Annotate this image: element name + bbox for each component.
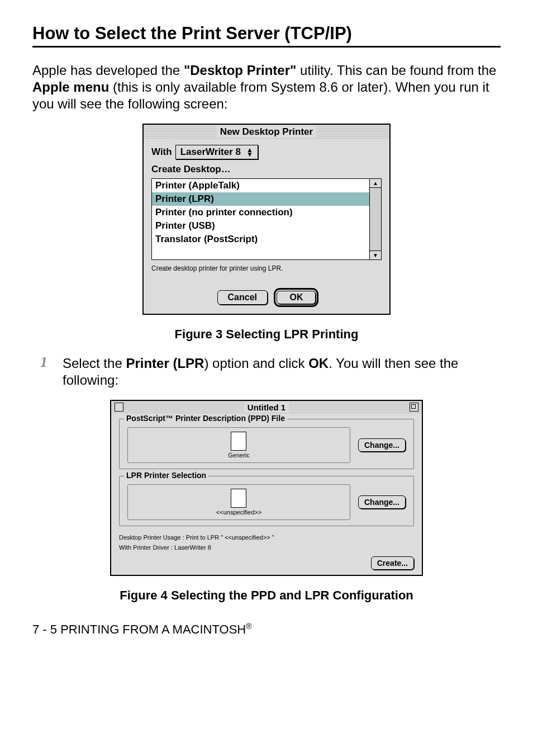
with-label: With — [151, 147, 172, 158]
step-number: 1 — [40, 354, 55, 371]
page-footer: 7 - 5 PRINTING FROM A MACINTOSH® — [32, 622, 501, 637]
document-icon — [231, 489, 246, 508]
create-button[interactable]: Create... — [371, 556, 414, 570]
lpr-group: LPR Printer Selection <<unspecified>> Ch… — [119, 476, 414, 526]
step-text-2: ) option and click — [204, 356, 308, 371]
untitled-dialog: Untitled 1 PostScript™ Printer Descripti… — [110, 400, 423, 576]
lpr-group-label: LPR Printer Selection — [124, 471, 208, 480]
list-item[interactable]: Translator (PostScript) — [152, 233, 369, 246]
heading-rule — [32, 46, 501, 48]
dialog-titlebar: Untitled 1 — [111, 401, 422, 413]
step-bold-1: Printer (LPR — [126, 356, 204, 371]
figure-4-caption: Figure 4 Selecting the PPD and LPR Confi… — [32, 588, 501, 603]
intro-text-2: utility. This can be found from the — [296, 63, 496, 78]
zoom-box-icon[interactable] — [410, 403, 418, 412]
ppd-group: PostScript™ Printer Description (PPD) Fi… — [119, 419, 414, 469]
intro-bold-2: Apple menu — [32, 79, 109, 94]
ppd-change-button[interactable]: Change... — [358, 438, 406, 452]
registered-symbol: ® — [246, 622, 251, 631]
meta-line-2: With Printer Driver : LaserWriter 8 — [119, 543, 414, 553]
dialog-meta: Desktop Printer Usage : Print to LPR " <… — [119, 533, 414, 552]
intro-bold-1: "Desktop Printer" — [184, 63, 296, 78]
list-item[interactable]: Printer (AppleTalk) — [152, 179, 369, 192]
create-desktop-label: Create Desktop… — [151, 164, 382, 175]
ppd-group-label: PostScript™ Printer Description (PPD) Fi… — [124, 414, 287, 423]
scroll-down-icon[interactable]: ▼ — [370, 251, 381, 259]
lpr-preview: <<unspecified>> — [127, 484, 350, 520]
ok-button[interactable]: OK — [277, 291, 316, 304]
ppd-preview-label: Generic — [228, 452, 250, 459]
meta-line-1: Desktop Printer Usage : Print to LPR " <… — [119, 533, 414, 543]
dialog-hint: Create desktop printer for printer using… — [151, 260, 382, 288]
new-desktop-printer-dialog: New Desktop Printer With LaserWriter 8 ▲… — [142, 124, 391, 315]
close-box-icon[interactable] — [115, 403, 123, 412]
step-text-1: Select the — [63, 356, 126, 371]
lpr-change-button[interactable]: Change... — [358, 495, 406, 509]
step-text: Select the Printer (LPR) option and clic… — [63, 355, 501, 389]
listbox-scrollbar[interactable]: ▲ ▼ — [369, 179, 381, 259]
list-item-empty — [152, 246, 369, 259]
list-item[interactable]: Printer (no printer connection) — [152, 206, 369, 219]
footer-text: 7 - 5 PRINTING FROM A MACINTOSH — [32, 623, 246, 637]
dialog-titlebar: New Desktop Printer — [144, 125, 389, 139]
figure-3-caption: Figure 3 Selecting LPR Printing — [32, 327, 501, 342]
list-item[interactable]: Printer (USB) — [152, 219, 369, 233]
list-item[interactable]: Printer (LPR) — [152, 192, 369, 206]
ppd-preview: Generic — [127, 427, 350, 463]
dialog-title: Untitled 1 — [244, 403, 289, 412]
page-heading: How to Select the Print Server (TCP/IP) — [32, 23, 501, 44]
printer-type-listbox[interactable]: Printer (AppleTalk) Printer (LPR) Printe… — [151, 178, 382, 260]
intro-text-1: Apple has developed the — [32, 63, 184, 78]
with-select[interactable]: LaserWriter 8 ▲▼ — [175, 145, 258, 159]
step-bold-2: OK — [308, 356, 329, 371]
lpr-preview-label: <<unspecified>> — [216, 509, 261, 516]
scroll-up-icon[interactable]: ▲ — [370, 179, 381, 188]
cancel-button[interactable]: Cancel — [217, 290, 268, 305]
select-arrows-icon: ▲▼ — [246, 148, 253, 157]
with-select-value: LaserWriter 8 — [180, 147, 241, 158]
intro-paragraph: Apple has developed the "Desktop Printer… — [32, 62, 501, 112]
document-icon — [231, 432, 246, 451]
dialog-title: New Desktop Printer — [217, 126, 316, 137]
